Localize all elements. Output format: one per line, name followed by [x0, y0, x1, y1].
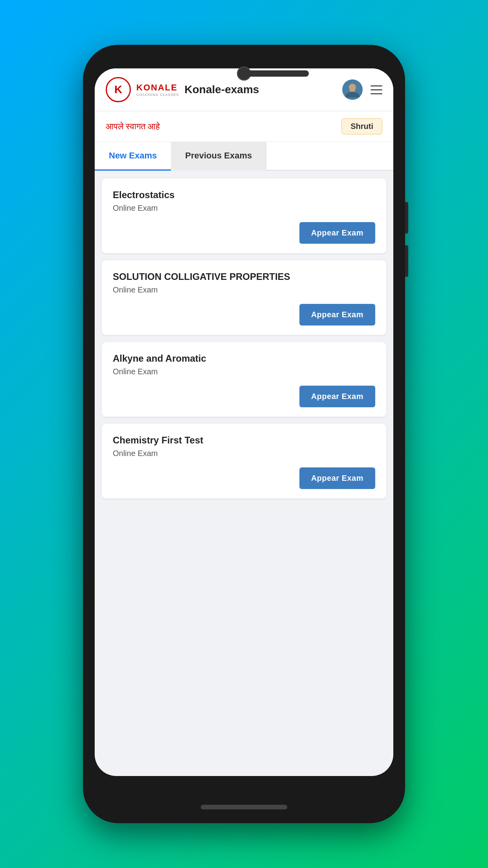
svg-rect-1	[350, 88, 355, 92]
header-actions	[342, 79, 382, 100]
menu-line-1	[371, 85, 382, 86]
phone-device: K KONALE COACHING CLASSES Konale-exams	[83, 45, 405, 823]
exam-title-2: SOLUTION COLLIGATIVE PROPERTIES	[113, 271, 375, 282]
vol-down-button	[405, 245, 408, 277]
header-logo-group: K KONALE COACHING CLASSES Konale-exams	[106, 77, 259, 102]
logo-text: KONALE COACHING CLASSES	[136, 83, 179, 97]
tab-previous-exams-label: Previous Exams	[185, 151, 252, 160]
exam-list: Electrostatics Online Exam Appear Exam S…	[95, 171, 393, 776]
welcome-greeting: आपले स्वागत आहे	[106, 121, 160, 132]
exam-type-2: Online Exam	[113, 285, 375, 294]
phone-bottom-bar	[201, 805, 287, 809]
logo-letter: K	[114, 83, 122, 96]
logo-name: KONALE	[136, 83, 179, 93]
appear-exam-button-4[interactable]: Appear Exam	[299, 467, 375, 489]
avatar-icon	[344, 81, 361, 98]
exam-card-1: Electrostatics Online Exam Appear Exam	[102, 178, 386, 253]
tab-new-exams-label: New Exams	[109, 151, 157, 160]
menu-line-3	[371, 93, 382, 94]
menu-line-2	[371, 89, 382, 90]
exam-type-4: Online Exam	[113, 449, 375, 458]
tab-new-exams[interactable]: New Exams	[95, 142, 171, 171]
logo-subtitle: COACHING CLASSES	[136, 93, 179, 97]
exam-title-1: Electrostatics	[113, 189, 375, 200]
exam-card-2: SOLUTION COLLIGATIVE PROPERTIES Online E…	[102, 260, 386, 335]
exam-type-1: Online Exam	[113, 204, 375, 213]
tabs-container: New Exams Previous Exams	[95, 142, 393, 171]
appear-exam-button-3[interactable]: Appear Exam	[299, 386, 375, 407]
welcome-bar: आपले स्वागत आहे Shruti	[95, 111, 393, 142]
exam-title-4: Chemistry First Test	[113, 435, 375, 446]
logo-circle: K	[106, 77, 131, 102]
menu-button[interactable]	[371, 85, 382, 94]
avatar[interactable]	[342, 79, 363, 100]
appear-exam-button-1[interactable]: Appear Exam	[299, 222, 375, 244]
exam-title-3: Alkyne and Aromatic	[113, 353, 375, 364]
tab-previous-exams[interactable]: Previous Exams	[171, 142, 266, 171]
user-badge: Shruti	[341, 118, 382, 134]
exam-card-3: Alkyne and Aromatic Online Exam Appear E…	[102, 342, 386, 417]
appear-exam-button-2[interactable]: Appear Exam	[299, 304, 375, 326]
phone-speaker	[238, 70, 309, 77]
exam-card-4: Chemistry First Test Online Exam Appear …	[102, 424, 386, 498]
app-title: Konale-exams	[185, 83, 259, 96]
screen: K KONALE COACHING CLASSES Konale-exams	[95, 68, 393, 776]
exam-type-3: Online Exam	[113, 367, 375, 376]
vol-up-button	[405, 202, 408, 234]
